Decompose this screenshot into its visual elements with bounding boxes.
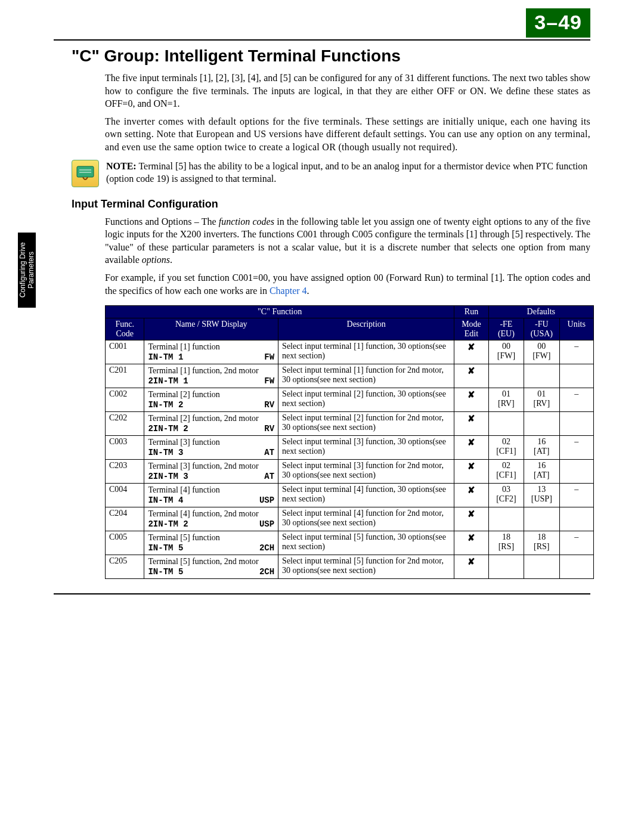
cell-units: – [559, 340, 593, 364]
cell-desc: Select input terminal [4] function for 2… [278, 507, 454, 531]
cell-fu [524, 555, 559, 579]
table-row: C204Terminal [4] function, 2nd motor2IN-… [106, 507, 594, 531]
rule-top [54, 39, 590, 41]
cell-name: Terminal [2] functionIN-TM 2RV [144, 388, 278, 412]
cell-run-mode: ✘ [454, 507, 488, 531]
cell-units: – [559, 436, 593, 460]
cell-run-mode: ✘ [454, 436, 488, 460]
cell-fu: 16[AT] [524, 436, 559, 460]
cell-run-mode: ✘ [454, 555, 488, 579]
cell-desc: Select input terminal [1] function, 30 o… [278, 340, 454, 364]
table-row: C005Terminal [5] functionIN-TM 52CHSelec… [106, 531, 594, 555]
th-run: Run [454, 306, 488, 318]
table-row: C003Terminal [3] functionIN-TM 3ATSelect… [106, 436, 594, 460]
cell-code: C202 [106, 412, 144, 436]
table-row: C202Terminal [2] function, 2nd motor2IN-… [106, 412, 594, 436]
para-3e: . [170, 255, 172, 265]
th-fu: -FU (USA) [524, 318, 559, 340]
table-row: C205Terminal [5] function, 2nd motorIN-T… [106, 555, 594, 579]
cell-run-mode: ✘ [454, 484, 488, 507]
cell-code: C004 [106, 484, 144, 507]
th-func-code: Func. Code [106, 318, 144, 340]
cell-desc: Select input terminal [2] function, 30 o… [278, 388, 454, 412]
cell-code: C002 [106, 388, 144, 412]
cell-desc: Select input terminal [5] function, 30 o… [278, 531, 454, 555]
cell-fu [524, 507, 559, 531]
cell-fe [488, 412, 524, 436]
th-defaults: Defaults [488, 306, 593, 318]
cell-units: – [559, 388, 593, 412]
cell-run-mode: ✘ [454, 364, 488, 388]
cell-run-mode: ✘ [454, 460, 488, 484]
para-3b: function codes [219, 216, 274, 227]
cell-fe: 02[CF1] [488, 460, 524, 484]
cell-name: Terminal [5] functionIN-TM 52CH [144, 531, 278, 555]
cell-fe: 18[RS] [488, 531, 524, 555]
cell-fe [488, 364, 524, 388]
para-4a: For example, if you set function C001=00… [105, 272, 590, 296]
cell-fu: 13[USP] [524, 484, 559, 507]
cell-desc: Select input terminal [3] function for 2… [278, 460, 454, 484]
cell-units: – [559, 531, 593, 555]
cell-desc: Select input terminal [5] function for 2… [278, 555, 454, 579]
cell-desc: Select input terminal [2] function for 2… [278, 412, 454, 436]
cell-code: C204 [106, 507, 144, 531]
cell-units [559, 555, 593, 579]
cell-run-mode: ✘ [454, 412, 488, 436]
cell-name: Terminal [3] functionIN-TM 3AT [144, 436, 278, 460]
cell-code: C001 [106, 340, 144, 364]
subheading: Input Terminal Configuration [72, 198, 590, 210]
cell-name: Terminal [3] function, 2nd motor2IN-TM 3… [144, 460, 278, 484]
page-number: 3–49 [526, 8, 590, 38]
cell-fe: 02[CF1] [488, 436, 524, 460]
para-1: The five input terminals [1], [2], [3], … [105, 72, 590, 110]
para-4b: . [307, 286, 309, 296]
cell-name: Terminal [1] function, 2nd motor2IN-TM 1… [144, 364, 278, 388]
cell-units: – [559, 484, 593, 507]
cell-units [559, 507, 593, 531]
para-2: The inverter comes with default options … [105, 115, 590, 154]
cell-fe [488, 555, 524, 579]
cell-fu: 16[AT] [524, 460, 559, 484]
note-body: Terminal [5] has the ability to be a log… [106, 161, 587, 184]
table-row: C002Terminal [2] functionIN-TM 2RVSelect… [106, 388, 594, 412]
function-table: "C" Function Run Defaults Func. Code Nam… [105, 305, 594, 579]
cell-desc: Select input terminal [3] function, 30 o… [278, 436, 454, 460]
rule-bottom [54, 593, 590, 594]
cell-fe [488, 507, 524, 531]
para-3: Functions and Options – The function cod… [105, 215, 590, 267]
cell-name: Terminal [4] functionIN-TM 4USP [144, 484, 278, 507]
para-3a: Functions and Options – The [105, 216, 219, 227]
cell-fu: 01[RV] [524, 388, 559, 412]
table-row: C004Terminal [4] functionIN-TM 4USPSelec… [106, 484, 594, 507]
note-label: NOTE: [106, 161, 137, 171]
cell-units [559, 412, 593, 436]
note-text: NOTE: Terminal [5] has the ability to be… [106, 160, 590, 185]
th-fe: -FE (EU) [488, 318, 524, 340]
section-title: "C" Group: Intelligent Terminal Function… [72, 47, 590, 66]
th-c-function: "C" Function [106, 306, 454, 318]
cell-name: Terminal [2] function, 2nd motor2IN-TM 2… [144, 412, 278, 436]
cell-fe: 03[CF2] [488, 484, 524, 507]
para-3d: options [142, 255, 170, 265]
th-desc: Description [278, 318, 454, 340]
table-row: C001Terminal [1] functionIN-TM 1FWSelect… [106, 340, 594, 364]
cell-desc: Select input terminal [1] function for 2… [278, 364, 454, 388]
cell-code: C201 [106, 364, 144, 388]
cell-name: Terminal [4] function, 2nd motor2IN-TM 2… [144, 507, 278, 531]
cell-units [559, 364, 593, 388]
th-units: Units [559, 318, 593, 340]
svg-rect-0 [77, 166, 94, 177]
cell-code: C005 [106, 531, 144, 555]
chapter-link[interactable]: Chapter 4 [270, 286, 307, 296]
cell-fu: 18[RS] [524, 531, 559, 555]
side-tab: Configuring Drive Parameters [18, 233, 36, 308]
cell-code: C003 [106, 436, 144, 460]
cell-fu [524, 364, 559, 388]
cell-fe: 01[RV] [488, 388, 524, 412]
table-row: C203Terminal [3] function, 2nd motor2IN-… [106, 460, 594, 484]
cell-fu [524, 412, 559, 436]
table-row: C201Terminal [1] function, 2nd motor2IN-… [106, 364, 594, 388]
cell-run-mode: ✘ [454, 531, 488, 555]
note-icon [72, 160, 99, 187]
